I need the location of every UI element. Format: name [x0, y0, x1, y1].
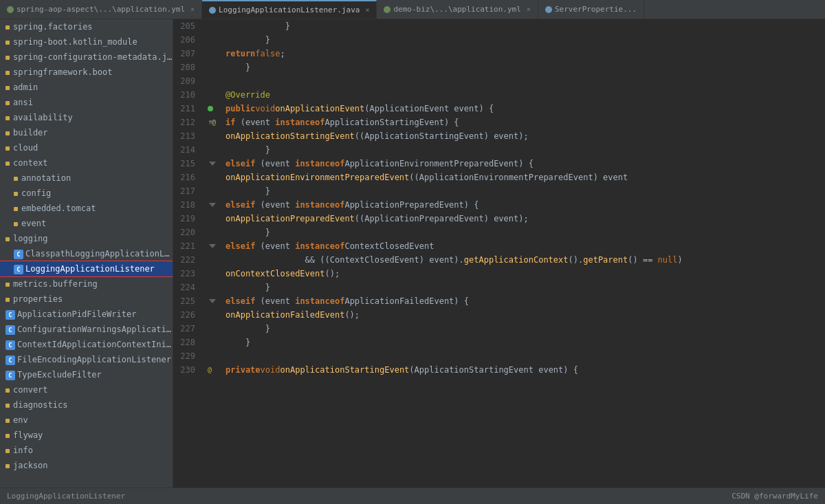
- package-icon: [6, 464, 10, 468]
- package-icon: [6, 25, 10, 30]
- line-num-214: 214: [173, 143, 201, 157]
- tab-demo-biz-yml[interactable]: demo-biz\...\application.yml ×: [377, 0, 538, 19]
- sidebar-item-s9[interactable]: cloud: [0, 140, 173, 155]
- code-line-221: else if (event instanceof ContextClosedE…: [226, 239, 825, 253]
- sidebar-item-s1[interactable]: spring.factories: [0, 19, 173, 34]
- sidebar-item-s8[interactable]: builder: [0, 125, 173, 140]
- sidebar-item-s18[interactable]: metrics.buffering: [0, 276, 173, 292]
- file-tree-sidebar[interactable]: spring.factoriesspring-boot.kotlin_modul…: [0, 19, 173, 487]
- sidebar-item-label: spring-boot.kotlin_module: [13, 37, 138, 47]
- class-icon: C: [14, 250, 23, 259]
- sidebar-item-label: springframework.boot: [13, 67, 113, 77]
- sidebar-item-label: annotation: [21, 173, 71, 183]
- sidebar-item-s17[interactable]: CLoggingApplicationListener: [0, 261, 173, 276]
- sidebar-item-s27[interactable]: env: [0, 413, 173, 428]
- code-line-207: return false;: [226, 47, 825, 61]
- tab-close-2[interactable]: ×: [365, 6, 369, 14]
- code-editor[interactable]: 2052062072082092102112122132142152162172…: [173, 19, 825, 487]
- sidebar-item-s10[interactable]: context: [0, 155, 173, 171]
- status-right: CSDN @forwardMyLife: [732, 492, 818, 501]
- code-line-208: }: [226, 61, 825, 74]
- sidebar-item-s22[interactable]: CContextIdApplicationContextInitial...: [0, 337, 173, 352]
- code-line-210: @Override: [226, 88, 825, 102]
- gutter-cell-213: [206, 129, 220, 143]
- line-num-225: 225: [173, 294, 201, 308]
- gutter: ↑@@: [206, 19, 220, 377]
- code-line-228: }: [226, 336, 825, 349]
- sidebar-item-s14[interactable]: event: [0, 216, 173, 231]
- sidebar-item-s25[interactable]: convert: [0, 382, 173, 397]
- line-num-222: 222: [173, 253, 201, 267]
- gutter-cell-208: [206, 61, 220, 74]
- class-icon: C: [6, 325, 15, 335]
- package-icon: [6, 116, 10, 120]
- sidebar-item-label: jackson: [13, 461, 48, 470]
- package-icon: [6, 404, 10, 408]
- sidebar-item-label: convert: [13, 385, 48, 395]
- sidebar-item-s20[interactable]: CApplicationPidFileWriter: [0, 307, 173, 322]
- tab-server-properties[interactable]: ServerPropertie...: [538, 0, 644, 19]
- package-icon: [6, 162, 10, 166]
- sidebar-item-s4[interactable]: springframework.boot: [0, 65, 173, 80]
- class-icon: C: [6, 340, 15, 350]
- package-icon: [6, 419, 10, 423]
- sidebar-item-label: info: [13, 446, 33, 455]
- code-line-218: else if (event instanceof ApplicationPre…: [226, 198, 825, 212]
- sidebar-item-label: ConfigurationWarningsApplication...: [17, 325, 173, 334]
- code-line-213: onApplicationStartingEvent((ApplicationS…: [226, 129, 825, 143]
- sidebar-item-s15[interactable]: logging: [0, 231, 173, 246]
- sidebar-item-s5[interactable]: admin: [0, 80, 173, 95]
- line-num-216: 216: [173, 171, 201, 184]
- fold-icon[interactable]: [209, 244, 216, 248]
- line-num-213: 213: [173, 129, 201, 143]
- sidebar-item-s13[interactable]: embedded.tomcat: [0, 201, 173, 216]
- fold-icon[interactable]: [209, 299, 216, 303]
- sidebar-item-label: event: [21, 219, 46, 228]
- sidebar-item-label: TypeExcludeFilter: [17, 370, 102, 380]
- sidebar-item-s23[interactable]: CFileEncodingApplicationListener: [0, 352, 173, 367]
- annotation-marker: @: [208, 366, 212, 373]
- code-line-209: [226, 74, 825, 88]
- sidebar-item-s3[interactable]: spring-configuration-metadata.json: [0, 50, 173, 65]
- package-icon: [14, 177, 18, 181]
- sidebar-item-s11[interactable]: annotation: [0, 171, 173, 186]
- sidebar-item-s30[interactable]: jackson: [0, 458, 173, 473]
- code-line-217: }: [226, 184, 825, 198]
- fold-icon[interactable]: [209, 162, 216, 166]
- gutter-cell-229: [206, 349, 220, 363]
- tab-spring-aop-yml[interactable]: spring-aop-aspect\...\application.yml ×: [0, 0, 202, 19]
- sidebar-item-s21[interactable]: CConfigurationWarningsApplication...: [0, 322, 173, 337]
- line-num-230: 230: [173, 363, 201, 377]
- gutter-cell-216: [206, 171, 220, 184]
- sidebar-item-s16[interactable]: CClasspathLoggingApplicationLi...: [0, 246, 173, 261]
- sidebar-item-s12[interactable]: config: [0, 186, 173, 201]
- package-icon: [6, 283, 10, 287]
- gutter-cell-220: [206, 226, 220, 239]
- package-icon: [6, 449, 10, 453]
- tab-close-1[interactable]: ×: [190, 6, 195, 13]
- gutter-cell-205: [206, 19, 220, 33]
- sidebar-item-s2[interactable]: spring-boot.kotlin_module: [0, 34, 173, 50]
- fold-icon[interactable]: [209, 120, 216, 124]
- sidebar-item-label: LoggingApplicationListener: [25, 264, 155, 274]
- gutter-cell-226: [206, 308, 220, 322]
- sidebar-item-s6[interactable]: ansi: [0, 95, 173, 110]
- tab-label-2: LoggingApplicationListener.java: [219, 6, 360, 14]
- line-num-217: 217: [173, 184, 201, 198]
- code-line-227: }: [226, 322, 825, 336]
- gutter-cell-224: [206, 281, 220, 294]
- class-icon: C: [6, 355, 15, 365]
- sidebar-item-s29[interactable]: info: [0, 443, 173, 458]
- tab-logging-listener[interactable]: LoggingApplicationListener.java ×: [202, 0, 377, 19]
- line-num-206: 206: [173, 33, 201, 47]
- sidebar-item-s19[interactable]: properties: [0, 292, 173, 307]
- sidebar-item-s26[interactable]: diagnostics: [0, 397, 173, 413]
- sidebar-item-s28[interactable]: flyway: [0, 428, 173, 443]
- sidebar-item-s24[interactable]: CTypeExcludeFilter: [0, 367, 173, 382]
- tab-close-3[interactable]: ×: [527, 6, 531, 13]
- fold-icon[interactable]: [209, 203, 216, 207]
- sidebar-item-label: logging: [13, 234, 48, 243]
- sidebar-item-s7[interactable]: availability: [0, 110, 173, 125]
- code-line-214: }: [226, 143, 825, 157]
- sidebar-item-label: metrics.buffering: [13, 279, 98, 289]
